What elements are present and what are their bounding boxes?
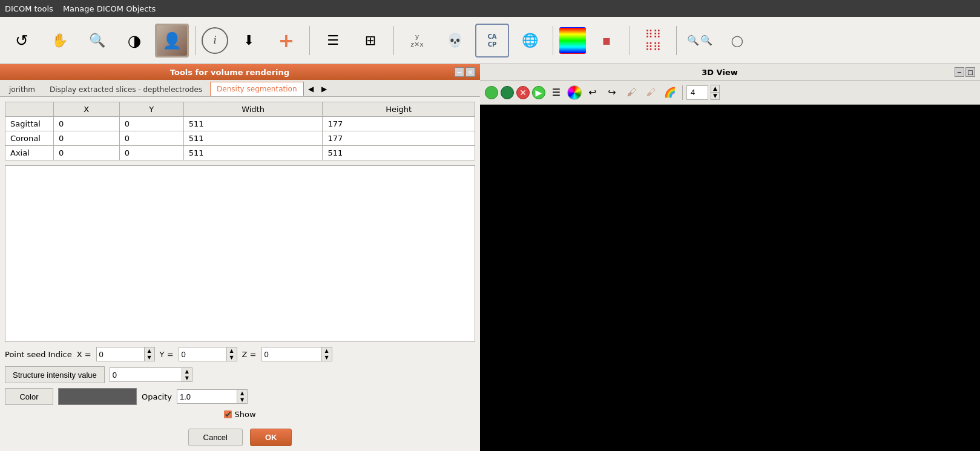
- seed-z-field[interactable]: [261, 347, 322, 361]
- title-buttons: − ✕: [455, 67, 475, 77]
- seed-y-input[interactable]: ▲ ▼: [179, 347, 237, 361]
- seed-z-input[interactable]: ▲ ▼: [261, 347, 332, 361]
- minimize-button[interactable]: −: [455, 67, 464, 77]
- col-header-y: Y: [119, 102, 183, 117]
- axes-button[interactable]: y z✕x: [400, 24, 434, 58]
- structure-intensity-button[interactable]: Structure intensity value: [5, 366, 105, 383]
- structure-value-field[interactable]: [110, 367, 182, 382]
- view3d-undo-btn[interactable]: ↩: [584, 84, 601, 101]
- seed-x-field[interactable]: [96, 347, 145, 361]
- add-button[interactable]: +: [269, 24, 303, 58]
- head-button[interactable]: 👤: [155, 24, 189, 58]
- view3d-toolbar: ✕ ▶ ☰ ↩ ↪ 🖌 🖌 🌈 ▲ ▼: [480, 81, 980, 105]
- opacity-field[interactable]: [177, 389, 237, 404]
- structure-value-spinner[interactable]: ▲ ▼: [182, 367, 192, 382]
- opacity-input[interactable]: ▲ ▼: [177, 389, 248, 404]
- seed-z-spinner[interactable]: ▲ ▼: [322, 347, 332, 361]
- view3d-green-btn1[interactable]: [485, 86, 498, 99]
- view3d-minimize[interactable]: −: [955, 67, 964, 77]
- menu-dicom-tools[interactable]: DICOM tools: [5, 4, 53, 13]
- separator-3: [393, 26, 394, 55]
- row-coronal-width: 511: [183, 131, 323, 146]
- toolbar: ↺ ✋ 🔍 ◑ 👤 i ⬇ + ☰ ⊞ y z✕x 💀 CACP 🌐 ▪ ⠿⠿⠿…: [0, 17, 980, 64]
- ok-button[interactable]: OK: [250, 429, 292, 446]
- row-coronal-name: Coronal: [5, 131, 54, 146]
- view3d-color-btn[interactable]: [567, 85, 582, 100]
- spectrum-button[interactable]: [559, 27, 586, 54]
- seed-y-field[interactable]: [179, 347, 227, 361]
- v3d-sep: [682, 85, 683, 100]
- view3d-red-btn[interactable]: ✕: [516, 86, 530, 99]
- view3d-title-text: 3D View: [485, 68, 955, 77]
- view3d-number-spinner[interactable]: ▲ ▼: [711, 85, 720, 100]
- view3d-play-btn[interactable]: ▶: [532, 86, 545, 99]
- view3d-num-up[interactable]: ▲: [711, 85, 720, 93]
- seed-row: Point seed Indice X = ▲ ▼ Y = ▲ ▼: [5, 347, 475, 361]
- view3d-num-down[interactable]: ▼: [711, 93, 720, 100]
- tab-density[interactable]: Density segmentation: [210, 82, 303, 96]
- refresh-button[interactable]: ↺: [5, 24, 39, 58]
- seed-z-up[interactable]: ▲: [322, 347, 332, 354]
- view3d-canvas: [480, 105, 980, 451]
- seed-label: Point seed Indice: [5, 350, 72, 359]
- cancel-button[interactable]: Cancel: [188, 429, 243, 446]
- color-button[interactable]: Color: [5, 388, 53, 405]
- row-sagittal-height: 177: [323, 117, 475, 131]
- cacp-button[interactable]: CACP: [475, 24, 509, 58]
- search-button[interactable]: 🔍: [80, 24, 114, 58]
- view3d-maximize[interactable]: □: [965, 67, 975, 77]
- opacity-spinner[interactable]: ▲ ▼: [237, 389, 248, 404]
- structure-val-up[interactable]: ▲: [182, 368, 192, 375]
- view3d-rainbow-btn[interactable]: 🌈: [662, 84, 679, 101]
- show-label[interactable]: Show: [234, 410, 255, 419]
- opacity-label: Opacity: [142, 392, 172, 401]
- info-button[interactable]: i: [202, 27, 228, 54]
- structure-value-input[interactable]: ▲ ▼: [110, 367, 192, 382]
- tab-slices[interactable]: Display extracted slices - depthelectrod…: [43, 82, 209, 96]
- opacity-down[interactable]: ▼: [237, 397, 247, 403]
- row-coronal-height: 177: [323, 131, 475, 146]
- view3d-bars-btn[interactable]: ☰: [548, 84, 565, 101]
- color-swatch[interactable]: [58, 388, 137, 405]
- seed-y-spinner[interactable]: ▲ ▼: [227, 347, 237, 361]
- skull-button[interactable]: 💀: [438, 24, 472, 58]
- separator-6: [676, 26, 677, 55]
- color-row: Color Opacity ▲ ▼: [5, 388, 475, 405]
- seed-x-label: X =: [77, 350, 91, 359]
- structure-val-down[interactable]: ▼: [182, 375, 192, 381]
- volume-panel-title: Tools for volume rendering − ✕: [0, 64, 480, 80]
- tab-algorithm[interactable]: jorithm: [2, 82, 42, 96]
- tab-arrow-left[interactable]: ◀: [305, 83, 317, 95]
- menu-manage-dicom[interactable]: Manage DICOM Objects: [63, 4, 156, 13]
- view3d-brush-btn[interactable]: 🖌: [623, 84, 640, 101]
- show-checkbox[interactable]: [224, 410, 232, 418]
- zoom-zoom-button[interactable]: 🔍🔍: [683, 24, 717, 58]
- contrast-button[interactable]: ◑: [117, 24, 151, 58]
- hand-button[interactable]: ✋: [42, 24, 76, 58]
- view3d-redo-btn[interactable]: ↪: [603, 84, 620, 101]
- circle-button[interactable]: ○: [720, 24, 754, 58]
- seed-z-down[interactable]: ▼: [322, 354, 332, 361]
- seed-x-down[interactable]: ▼: [145, 354, 154, 361]
- dots-button[interactable]: ⠿⠿⠿⠿: [636, 24, 670, 58]
- globe-button[interactable]: 🌐: [513, 24, 547, 58]
- opacity-up[interactable]: ▲: [237, 390, 247, 397]
- tab-arrow-right[interactable]: ▶: [318, 83, 331, 95]
- pin-button[interactable]: ⬇: [232, 24, 266, 58]
- table-row: Sagittal 0 0 511 177: [5, 117, 475, 131]
- row-axial-width: 511: [183, 146, 323, 160]
- seed-y-up[interactable]: ▲: [227, 347, 237, 354]
- table-row: Coronal 0 0 511 177: [5, 131, 475, 146]
- grid-button[interactable]: ⊞: [354, 24, 387, 58]
- view3d-number-input[interactable]: [686, 85, 708, 100]
- seed-x-up[interactable]: ▲: [145, 347, 154, 354]
- list-button[interactable]: ☰: [316, 24, 350, 58]
- close-button[interactable]: ✕: [465, 67, 475, 77]
- seed-y-down[interactable]: ▼: [227, 354, 237, 361]
- view3d-green-btn2[interactable]: [501, 86, 514, 99]
- tab-bar: jorithm Display extracted slices - depth…: [0, 80, 480, 97]
- seed-x-input[interactable]: ▲ ▼: [96, 347, 155, 361]
- view3d-brush2-btn[interactable]: 🖌: [642, 84, 659, 101]
- seed-x-spinner[interactable]: ▲ ▼: [145, 347, 155, 361]
- rect-button[interactable]: ▪: [590, 24, 623, 58]
